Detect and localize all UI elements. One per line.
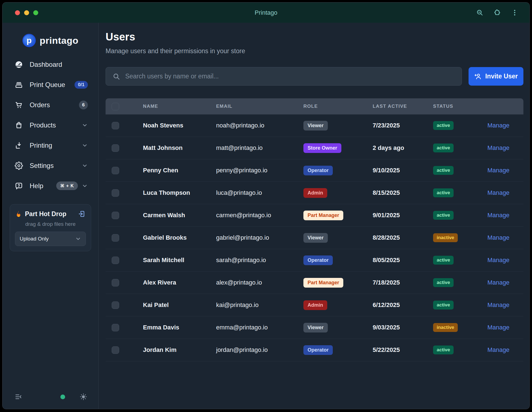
window-title: Printago (2, 9, 530, 16)
sidebar: p printago Dashboard Print Queue 0/1 Ord… (2, 23, 99, 409)
column-header-role: ROLE (303, 104, 373, 109)
hot-drop-title: Part Hot Drop (25, 210, 66, 218)
user-name: Kai Patel (143, 301, 216, 309)
help-icon (15, 182, 23, 190)
row-checkbox[interactable] (112, 234, 119, 242)
gauge-icon (15, 60, 23, 69)
user-name: Emma Davis (143, 324, 216, 331)
status-dot (60, 395, 65, 399)
table-row: Penny Chen penny@printago.io Operator 9/… (106, 159, 523, 182)
chevron-down-icon (82, 122, 88, 128)
last-active: 6/12/2025 (373, 301, 433, 309)
file-import-icon[interactable] (78, 210, 86, 218)
sidebar-item-label: Orders (30, 101, 50, 109)
invite-user-button[interactable]: Invite User (469, 67, 523, 86)
maximize-window-button[interactable] (33, 10, 38, 15)
upload-mode-value: Upload Only (20, 236, 49, 242)
role-badge: Admin (303, 188, 327, 198)
sidebar-item-printing[interactable]: Printing (2, 135, 98, 155)
user-email: jordan@printago.io (216, 346, 303, 354)
row-checkbox[interactable] (112, 257, 119, 264)
manage-link[interactable]: Manage (487, 234, 510, 241)
status-badge: active (433, 346, 454, 354)
titlebar: Printago (2, 2, 530, 23)
column-header-name: NAME (143, 104, 216, 109)
table-header: NAME EMAIL ROLE LAST ACTIVE STATUS (106, 98, 523, 114)
logo-text: printago (40, 35, 78, 46)
minimize-window-button[interactable] (24, 10, 29, 15)
row-checkbox[interactable] (112, 167, 119, 174)
extensions-icon[interactable] (493, 9, 501, 16)
manage-link[interactable]: Manage (487, 301, 510, 308)
user-name: Alex Rivera (143, 279, 216, 286)
role-badge: Viewer (303, 121, 328, 130)
close-window-button[interactable] (15, 10, 20, 15)
user-email: gabriel@printago.io (216, 234, 303, 241)
status-badge: inactive (433, 233, 458, 242)
row-checkbox[interactable] (112, 346, 119, 354)
row-checkbox[interactable] (112, 279, 119, 286)
user-email: penny@printago.io (216, 167, 303, 174)
sidebar-item-settings[interactable]: Settings (2, 155, 98, 176)
row-checkbox[interactable] (112, 144, 119, 152)
row-checkbox[interactable] (112, 301, 119, 309)
manage-link[interactable]: Manage (487, 122, 510, 129)
search-input[interactable] (125, 73, 455, 80)
row-checkbox[interactable] (112, 324, 119, 331)
sidebar-item-label: Print Queue (30, 81, 65, 89)
sidebar-item-label: Dashboard (30, 61, 62, 68)
sidebar-item-orders[interactable]: Orders 6 (2, 95, 98, 115)
manage-link[interactable]: Manage (487, 257, 510, 263)
sidebar-item-products[interactable]: Products (2, 115, 98, 135)
status-badge: active (433, 144, 454, 152)
status-badge: inactive (433, 323, 458, 332)
last-active: 7/18/2025 (373, 279, 433, 286)
table-row: Jordan Kim jordan@printago.io Operator 5… (106, 339, 523, 361)
sidebar-item-print-queue[interactable]: Print Queue 0/1 (2, 75, 98, 95)
last-active: 2 days ago (373, 144, 433, 152)
last-active: 9/01/2025 (373, 212, 433, 219)
row-checkbox[interactable] (112, 212, 119, 219)
last-active: 7/23/2025 (373, 122, 433, 129)
table-row: Matt Johnson matt@printago.io Store Owne… (106, 137, 523, 159)
user-plus-icon (474, 73, 482, 80)
upload-mode-select[interactable]: Upload Only (15, 232, 86, 246)
user-email: luca@printago.io (216, 189, 303, 196)
chevron-down-icon (82, 183, 88, 189)
manage-link[interactable]: Manage (487, 279, 510, 286)
theme-sun-icon[interactable] (80, 393, 87, 401)
manage-link[interactable]: Manage (487, 189, 510, 196)
row-checkbox[interactable] (112, 189, 119, 197)
invite-user-label: Invite User (485, 73, 518, 80)
collapse-sidebar-icon[interactable] (15, 393, 22, 401)
manage-link[interactable]: Manage (487, 324, 510, 331)
last-active: 8/05/2025 (373, 257, 433, 264)
role-badge: Store Owner (303, 143, 341, 153)
last-active: 8/28/2025 (373, 234, 433, 241)
role-badge: Viewer (303, 323, 328, 332)
print-queue-icon (15, 81, 23, 89)
manage-link[interactable]: Manage (487, 346, 510, 353)
part-hot-drop-card[interactable]: Part Hot Drop drag & drop files here Upl… (10, 204, 91, 251)
zoom-out-icon[interactable] (476, 9, 484, 16)
select-all-checkbox[interactable] (112, 103, 119, 110)
chevron-down-icon (82, 163, 88, 169)
manage-link[interactable]: Manage (487, 212, 510, 219)
overflow-menu-icon[interactable] (511, 9, 518, 16)
status-badge: active (433, 301, 454, 309)
manage-link[interactable]: Manage (487, 144, 510, 151)
user-email: emma@printago.io (216, 324, 303, 331)
manage-link[interactable]: Manage (487, 167, 510, 174)
sidebar-item-help[interactable]: Help ⌘ + K (2, 176, 98, 196)
hot-drop-hint: drag & drop files here (15, 221, 86, 227)
sidebar-item-label: Settings (30, 162, 54, 170)
table-row: Emma Davis emma@printago.io Viewer 9/03/… (106, 316, 523, 339)
last-active: 9/10/2025 (373, 167, 433, 174)
sidebar-item-dashboard[interactable]: Dashboard (2, 54, 98, 75)
user-name: Carmen Walsh (143, 212, 216, 219)
user-email: sarah@printago.io (216, 257, 303, 264)
last-active: 5/22/2025 (373, 346, 433, 354)
status-badge: active (433, 121, 454, 130)
row-checkbox[interactable] (112, 122, 119, 129)
cart-icon (15, 101, 23, 109)
